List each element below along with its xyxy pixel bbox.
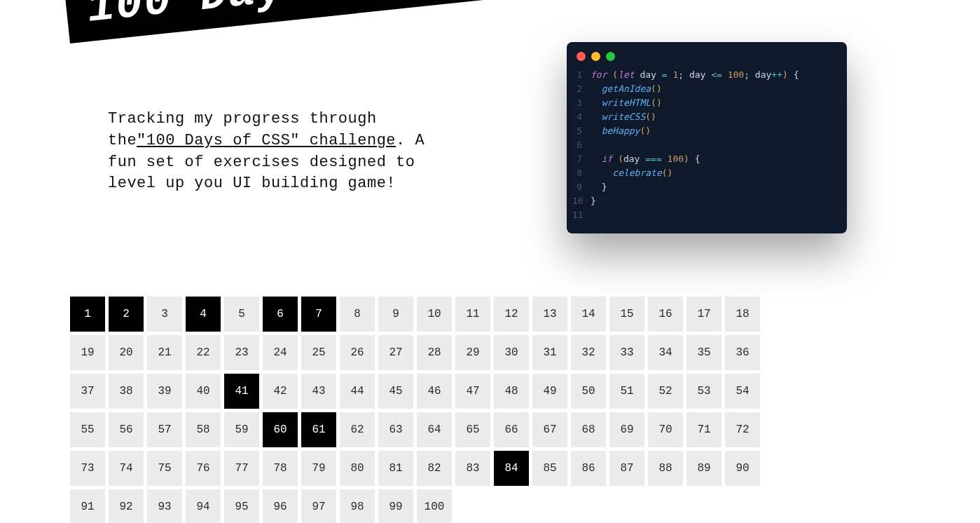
day-button-38[interactable]: 38 (109, 374, 144, 409)
day-button-5[interactable]: 5 (224, 297, 259, 332)
day-button-59[interactable]: 59 (224, 412, 259, 447)
day-button-96[interactable]: 96 (263, 489, 298, 523)
day-button-80[interactable]: 80 (340, 451, 375, 486)
day-button-35[interactable]: 35 (686, 335, 722, 370)
day-button-57[interactable]: 57 (147, 412, 182, 447)
day-button-10[interactable]: 10 (417, 297, 452, 332)
day-button-49[interactable]: 49 (532, 374, 567, 409)
day-button-58[interactable]: 58 (186, 412, 221, 447)
day-button-8[interactable]: 8 (340, 297, 375, 332)
day-button-16[interactable]: 16 (648, 297, 683, 332)
day-button-41[interactable]: 41 (224, 374, 259, 409)
day-button-79[interactable]: 79 (301, 451, 336, 486)
day-button-7[interactable]: 7 (301, 297, 336, 332)
day-button-54[interactable]: 54 (725, 374, 760, 409)
day-button-84[interactable]: 84 (494, 451, 529, 486)
day-button-52[interactable]: 52 (648, 374, 683, 409)
day-button-68[interactable]: 68 (571, 412, 606, 447)
day-button-94[interactable]: 94 (186, 489, 221, 523)
day-button-88[interactable]: 88 (648, 451, 683, 486)
day-button-72[interactable]: 72 (725, 412, 760, 447)
day-button-82[interactable]: 82 (417, 451, 452, 486)
day-button-83[interactable]: 83 (455, 451, 490, 486)
day-button-14[interactable]: 14 (571, 297, 606, 332)
day-button-76[interactable]: 76 (186, 451, 221, 486)
day-button-56[interactable]: 56 (109, 412, 144, 447)
day-button-12[interactable]: 12 (494, 297, 529, 332)
day-button-51[interactable]: 51 (609, 374, 644, 409)
day-button-19[interactable]: 19 (70, 335, 105, 370)
day-button-4[interactable]: 4 (186, 297, 221, 332)
day-button-55[interactable]: 55 (70, 412, 105, 447)
day-button-1[interactable]: 1 (70, 297, 105, 332)
day-button-31[interactable]: 31 (532, 335, 567, 370)
day-button-71[interactable]: 71 (686, 412, 722, 447)
day-button-36[interactable]: 36 (725, 335, 760, 370)
day-button-9[interactable]: 9 (378, 297, 413, 332)
day-button-77[interactable]: 77 (224, 451, 259, 486)
day-button-32[interactable]: 32 (571, 335, 606, 370)
day-button-33[interactable]: 33 (609, 335, 644, 370)
day-button-50[interactable]: 50 (571, 374, 606, 409)
day-button-42[interactable]: 42 (263, 374, 298, 409)
day-button-74[interactable]: 74 (109, 451, 144, 486)
day-button-73[interactable]: 73 (70, 451, 105, 486)
day-button-92[interactable]: 92 (109, 489, 144, 523)
day-button-26[interactable]: 26 (340, 335, 375, 370)
day-button-34[interactable]: 34 (648, 335, 683, 370)
day-button-93[interactable]: 93 (147, 489, 182, 523)
day-button-63[interactable]: 63 (378, 412, 413, 447)
challenge-link[interactable]: "100 Days of CSS" challenge (137, 132, 396, 149)
day-button-86[interactable]: 86 (571, 451, 606, 486)
day-button-46[interactable]: 46 (417, 374, 452, 409)
day-button-3[interactable]: 3 (147, 297, 182, 332)
day-button-97[interactable]: 97 (301, 489, 336, 523)
day-button-17[interactable]: 17 (686, 297, 722, 332)
day-button-13[interactable]: 13 (532, 297, 567, 332)
day-button-45[interactable]: 45 (378, 374, 413, 409)
day-button-27[interactable]: 27 (378, 335, 413, 370)
day-button-62[interactable]: 62 (340, 412, 375, 447)
day-button-47[interactable]: 47 (455, 374, 490, 409)
day-button-89[interactable]: 89 (686, 451, 722, 486)
day-button-30[interactable]: 30 (494, 335, 529, 370)
day-button-98[interactable]: 98 (340, 489, 375, 523)
day-button-28[interactable]: 28 (417, 335, 452, 370)
day-button-64[interactable]: 64 (417, 412, 452, 447)
day-button-100[interactable]: 100 (417, 489, 452, 523)
day-button-18[interactable]: 18 (725, 297, 760, 332)
day-button-29[interactable]: 29 (455, 335, 490, 370)
day-button-37[interactable]: 37 (70, 374, 105, 409)
day-button-21[interactable]: 21 (147, 335, 182, 370)
day-button-95[interactable]: 95 (224, 489, 259, 523)
day-button-11[interactable]: 11 (455, 297, 490, 332)
day-button-81[interactable]: 81 (378, 451, 413, 486)
day-button-67[interactable]: 67 (532, 412, 567, 447)
day-button-65[interactable]: 65 (455, 412, 490, 447)
day-button-40[interactable]: 40 (186, 374, 221, 409)
day-button-75[interactable]: 75 (147, 451, 182, 486)
day-button-53[interactable]: 53 (686, 374, 722, 409)
day-button-87[interactable]: 87 (609, 451, 644, 486)
day-button-20[interactable]: 20 (109, 335, 144, 370)
day-button-39[interactable]: 39 (147, 374, 182, 409)
day-button-43[interactable]: 43 (301, 374, 336, 409)
day-button-90[interactable]: 90 (725, 451, 760, 486)
day-button-22[interactable]: 22 (186, 335, 221, 370)
day-button-70[interactable]: 70 (648, 412, 683, 447)
day-button-48[interactable]: 48 (494, 374, 529, 409)
day-button-66[interactable]: 66 (494, 412, 529, 447)
day-button-61[interactable]: 61 (301, 412, 336, 447)
day-button-69[interactable]: 69 (609, 412, 644, 447)
day-button-23[interactable]: 23 (224, 335, 259, 370)
day-button-99[interactable]: 99 (378, 489, 413, 523)
day-button-85[interactable]: 85 (532, 451, 567, 486)
day-button-25[interactable]: 25 (301, 335, 336, 370)
day-button-60[interactable]: 60 (263, 412, 298, 447)
day-button-78[interactable]: 78 (263, 451, 298, 486)
day-button-44[interactable]: 44 (340, 374, 375, 409)
day-button-6[interactable]: 6 (263, 297, 298, 332)
day-button-15[interactable]: 15 (609, 297, 644, 332)
day-button-24[interactable]: 24 (263, 335, 298, 370)
day-button-91[interactable]: 91 (70, 489, 105, 523)
